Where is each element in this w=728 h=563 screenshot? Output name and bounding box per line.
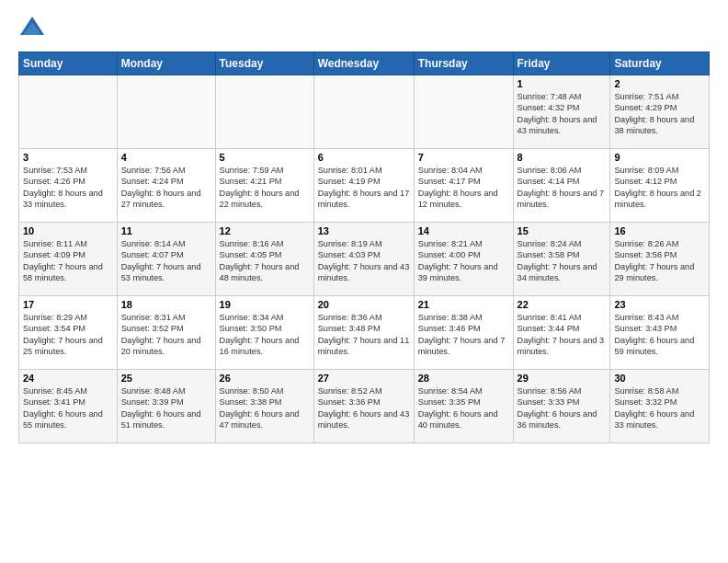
day-info: Sunrise: 8:04 AM Sunset: 4:17 PM Dayligh… — [418, 165, 509, 211]
calendar-cell: 13Sunrise: 8:19 AM Sunset: 4:03 PM Dayli… — [313, 223, 414, 296]
calendar-header-tuesday: Tuesday — [215, 52, 313, 75]
calendar-week-1: 1Sunrise: 7:48 AM Sunset: 4:32 PM Daylig… — [19, 75, 710, 149]
calendar-cell: 4Sunrise: 7:56 AM Sunset: 4:24 PM Daylig… — [117, 149, 215, 223]
calendar-cell: 30Sunrise: 8:58 AM Sunset: 3:32 PM Dayli… — [610, 370, 710, 443]
calendar-cell: 28Sunrise: 8:54 AM Sunset: 3:35 PM Dayli… — [414, 370, 513, 443]
calendar-cell: 5Sunrise: 7:59 AM Sunset: 4:21 PM Daylig… — [215, 149, 313, 223]
page-header — [18, 15, 710, 42]
day-info: Sunrise: 8:26 AM Sunset: 3:56 PM Dayligh… — [614, 238, 705, 284]
day-info: Sunrise: 8:11 AM Sunset: 4:09 PM Dayligh… — [23, 238, 113, 284]
day-number: 11 — [121, 225, 211, 236]
day-number: 19 — [220, 299, 310, 310]
calendar-cell — [313, 75, 414, 149]
day-info: Sunrise: 7:48 AM Sunset: 4:32 PM Dayligh… — [518, 91, 607, 137]
day-number: 16 — [614, 225, 705, 236]
calendar-cell — [117, 75, 215, 149]
calendar-cell: 3Sunrise: 7:53 AM Sunset: 4:26 PM Daylig… — [19, 149, 118, 223]
day-number: 9 — [614, 152, 705, 163]
day-info: Sunrise: 8:56 AM Sunset: 3:33 PM Dayligh… — [518, 385, 607, 431]
day-number: 14 — [418, 225, 509, 236]
day-number: 12 — [220, 225, 310, 236]
day-info: Sunrise: 7:59 AM Sunset: 4:21 PM Dayligh… — [220, 165, 310, 211]
day-info: Sunrise: 8:09 AM Sunset: 4:12 PM Dayligh… — [614, 165, 705, 211]
day-info: Sunrise: 8:54 AM Sunset: 3:35 PM Dayligh… — [418, 385, 509, 431]
day-number: 22 — [518, 299, 607, 310]
calendar-cell: 23Sunrise: 8:43 AM Sunset: 3:43 PM Dayli… — [610, 296, 710, 370]
calendar-cell: 27Sunrise: 8:52 AM Sunset: 3:36 PM Dayli… — [313, 370, 414, 443]
calendar-cell: 10Sunrise: 8:11 AM Sunset: 4:09 PM Dayli… — [19, 223, 118, 296]
calendar-cell — [215, 75, 313, 149]
calendar-header-wednesday: Wednesday — [313, 52, 414, 75]
day-info: Sunrise: 8:52 AM Sunset: 3:36 PM Dayligh… — [318, 385, 410, 431]
day-number: 4 — [121, 152, 211, 163]
day-info: Sunrise: 8:19 AM Sunset: 4:03 PM Dayligh… — [318, 238, 410, 284]
day-info: Sunrise: 7:56 AM Sunset: 4:24 PM Dayligh… — [121, 165, 211, 211]
day-info: Sunrise: 8:24 AM Sunset: 3:58 PM Dayligh… — [518, 238, 607, 284]
day-info: Sunrise: 8:34 AM Sunset: 3:50 PM Dayligh… — [220, 312, 310, 358]
day-info: Sunrise: 8:41 AM Sunset: 3:44 PM Dayligh… — [518, 312, 607, 358]
calendar-week-3: 10Sunrise: 8:11 AM Sunset: 4:09 PM Dayli… — [19, 223, 710, 296]
calendar: SundayMondayTuesdayWednesdayThursdayFrid… — [18, 52, 710, 443]
calendar-cell: 9Sunrise: 8:09 AM Sunset: 4:12 PM Daylig… — [610, 149, 710, 223]
calendar-cell: 26Sunrise: 8:50 AM Sunset: 3:38 PM Dayli… — [215, 370, 313, 443]
calendar-cell: 21Sunrise: 8:38 AM Sunset: 3:46 PM Dayli… — [414, 296, 513, 370]
calendar-cell: 16Sunrise: 8:26 AM Sunset: 3:56 PM Dayli… — [610, 223, 710, 296]
calendar-cell: 8Sunrise: 8:06 AM Sunset: 4:14 PM Daylig… — [513, 149, 610, 223]
calendar-cell: 6Sunrise: 8:01 AM Sunset: 4:19 PM Daylig… — [313, 149, 414, 223]
calendar-cell — [414, 75, 513, 149]
calendar-cell — [19, 75, 118, 149]
calendar-cell: 18Sunrise: 8:31 AM Sunset: 3:52 PM Dayli… — [117, 296, 215, 370]
day-info: Sunrise: 8:36 AM Sunset: 3:48 PM Dayligh… — [318, 312, 410, 358]
day-info: Sunrise: 8:45 AM Sunset: 3:41 PM Dayligh… — [23, 385, 113, 431]
calendar-header-row: SundayMondayTuesdayWednesdayThursdayFrid… — [19, 52, 710, 75]
logo — [18, 15, 50, 42]
day-info: Sunrise: 8:43 AM Sunset: 3:43 PM Dayligh… — [614, 312, 705, 358]
day-info: Sunrise: 8:06 AM Sunset: 4:14 PM Dayligh… — [518, 165, 607, 211]
calendar-week-2: 3Sunrise: 7:53 AM Sunset: 4:26 PM Daylig… — [19, 149, 710, 223]
day-info: Sunrise: 8:01 AM Sunset: 4:19 PM Dayligh… — [318, 165, 410, 211]
day-number: 28 — [418, 373, 509, 384]
calendar-cell: 15Sunrise: 8:24 AM Sunset: 3:58 PM Dayli… — [513, 223, 610, 296]
day-number: 13 — [318, 225, 410, 236]
day-info: Sunrise: 8:16 AM Sunset: 4:05 PM Dayligh… — [220, 238, 310, 284]
calendar-cell: 24Sunrise: 8:45 AM Sunset: 3:41 PM Dayli… — [19, 370, 118, 443]
calendar-cell: 12Sunrise: 8:16 AM Sunset: 4:05 PM Dayli… — [215, 223, 313, 296]
day-number: 18 — [121, 299, 211, 310]
calendar-header-saturday: Saturday — [610, 52, 710, 75]
calendar-cell: 11Sunrise: 8:14 AM Sunset: 4:07 PM Dayli… — [117, 223, 215, 296]
calendar-cell: 20Sunrise: 8:36 AM Sunset: 3:48 PM Dayli… — [313, 296, 414, 370]
calendar-header-monday: Monday — [117, 52, 215, 75]
day-number: 6 — [318, 152, 410, 163]
day-number: 24 — [23, 373, 113, 384]
day-number: 10 — [23, 225, 113, 236]
day-number: 25 — [121, 373, 211, 384]
day-number: 15 — [518, 225, 607, 236]
day-number: 21 — [418, 299, 509, 310]
day-info: Sunrise: 8:21 AM Sunset: 4:00 PM Dayligh… — [418, 238, 509, 284]
day-number: 2 — [614, 78, 705, 89]
logo-icon — [18, 15, 46, 42]
day-info: Sunrise: 8:29 AM Sunset: 3:54 PM Dayligh… — [23, 312, 113, 358]
calendar-cell: 19Sunrise: 8:34 AM Sunset: 3:50 PM Dayli… — [215, 296, 313, 370]
day-number: 30 — [614, 373, 705, 384]
calendar-week-5: 24Sunrise: 8:45 AM Sunset: 3:41 PM Dayli… — [19, 370, 710, 443]
calendar-header-thursday: Thursday — [414, 52, 513, 75]
day-info: Sunrise: 7:51 AM Sunset: 4:29 PM Dayligh… — [614, 91, 705, 137]
day-number: 8 — [518, 152, 607, 163]
calendar-cell: 22Sunrise: 8:41 AM Sunset: 3:44 PM Dayli… — [513, 296, 610, 370]
calendar-cell: 29Sunrise: 8:56 AM Sunset: 3:33 PM Dayli… — [513, 370, 610, 443]
calendar-cell: 7Sunrise: 8:04 AM Sunset: 4:17 PM Daylig… — [414, 149, 513, 223]
day-info: Sunrise: 8:58 AM Sunset: 3:32 PM Dayligh… — [614, 385, 705, 431]
calendar-cell: 25Sunrise: 8:48 AM Sunset: 3:39 PM Dayli… — [117, 370, 215, 443]
day-number: 26 — [220, 373, 310, 384]
day-info: Sunrise: 8:14 AM Sunset: 4:07 PM Dayligh… — [121, 238, 211, 284]
calendar-header-sunday: Sunday — [19, 52, 118, 75]
day-number: 3 — [23, 152, 113, 163]
day-number: 1 — [518, 78, 607, 89]
calendar-cell: 17Sunrise: 8:29 AM Sunset: 3:54 PM Dayli… — [19, 296, 118, 370]
calendar-header-friday: Friday — [513, 52, 610, 75]
day-number: 20 — [318, 299, 410, 310]
day-number: 7 — [418, 152, 509, 163]
calendar-cell: 2Sunrise: 7:51 AM Sunset: 4:29 PM Daylig… — [610, 75, 710, 149]
day-info: Sunrise: 8:50 AM Sunset: 3:38 PM Dayligh… — [220, 385, 310, 431]
